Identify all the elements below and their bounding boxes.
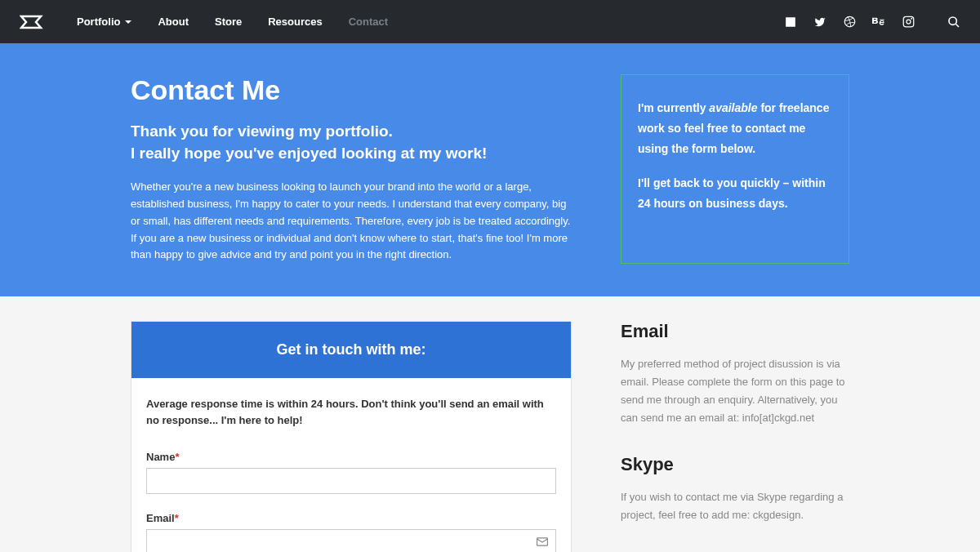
behance-icon[interactable] xyxy=(872,16,885,29)
form-header: Get in touch with me: xyxy=(131,322,571,378)
logo[interactable] xyxy=(20,15,44,29)
nav-contact[interactable]: Contact xyxy=(349,16,388,28)
skype-text: If you wish to contact me via Skype rega… xyxy=(621,488,849,524)
instagram-icon[interactable] xyxy=(902,16,915,29)
svg-line-5 xyxy=(956,24,959,27)
email-input[interactable] xyxy=(146,529,556,552)
main-section: Get in touch with me: Average response t… xyxy=(0,296,980,552)
nav-label: Contact xyxy=(349,16,388,28)
nav-label: About xyxy=(158,16,189,28)
social-links xyxy=(784,16,960,29)
contact-sidebar: Email My preferred method of project dis… xyxy=(621,321,849,552)
email-text: My preferred method of project disussion… xyxy=(621,355,849,427)
available-text: available xyxy=(709,101,757,114)
main-header: Portfolio About Store Resources Contact xyxy=(0,0,980,43)
name-field-group: Name* xyxy=(146,451,556,494)
nav-store[interactable]: Store xyxy=(215,16,242,28)
email-heading: Email xyxy=(621,321,849,342)
email-label: Email* xyxy=(146,512,556,524)
hero-subtitle: Thank you for viewing my portfolio. I re… xyxy=(131,121,572,164)
skype-section: Skype If you wish to contact me via Skyp… xyxy=(621,454,849,524)
svg-point-3 xyxy=(911,18,912,20)
email-field-group: Email* xyxy=(146,512,556,552)
name-label: Name* xyxy=(146,451,556,463)
dribbble-icon[interactable] xyxy=(843,16,856,29)
skype-heading: Skype xyxy=(621,454,849,475)
nav-portfolio[interactable]: Portfolio xyxy=(77,16,131,28)
email-section: Email My preferred method of project dis… xyxy=(621,321,849,427)
svg-point-2 xyxy=(906,20,911,24)
hero-section: Contact Me Thank you for viewing my port… xyxy=(0,43,980,296)
facebook-icon[interactable] xyxy=(784,16,797,29)
hero-text: Whether you're a new business looking to… xyxy=(131,179,572,264)
nav-about[interactable]: About xyxy=(158,16,189,28)
twitter-icon[interactable] xyxy=(813,16,826,29)
nav-resources[interactable]: Resources xyxy=(268,16,322,28)
nav-label: Resources xyxy=(268,16,322,28)
chevron-down-icon xyxy=(125,20,131,24)
search-icon[interactable] xyxy=(947,16,960,29)
nav-label: Portfolio xyxy=(77,16,120,28)
svg-point-4 xyxy=(949,17,956,24)
main-nav: Portfolio About Store Resources Contact xyxy=(77,16,784,28)
nav-label: Store xyxy=(215,16,242,28)
availability-box: I'm currently available for freelance wo… xyxy=(621,74,849,264)
required-indicator: * xyxy=(175,512,179,524)
name-input[interactable] xyxy=(146,468,556,494)
required-indicator: * xyxy=(175,451,179,463)
form-intro: Average response time is within 24 hours… xyxy=(146,396,556,428)
contact-form: Get in touch with me: Average response t… xyxy=(131,321,572,552)
envelope-icon xyxy=(537,535,548,550)
page-title: Contact Me xyxy=(131,74,572,106)
